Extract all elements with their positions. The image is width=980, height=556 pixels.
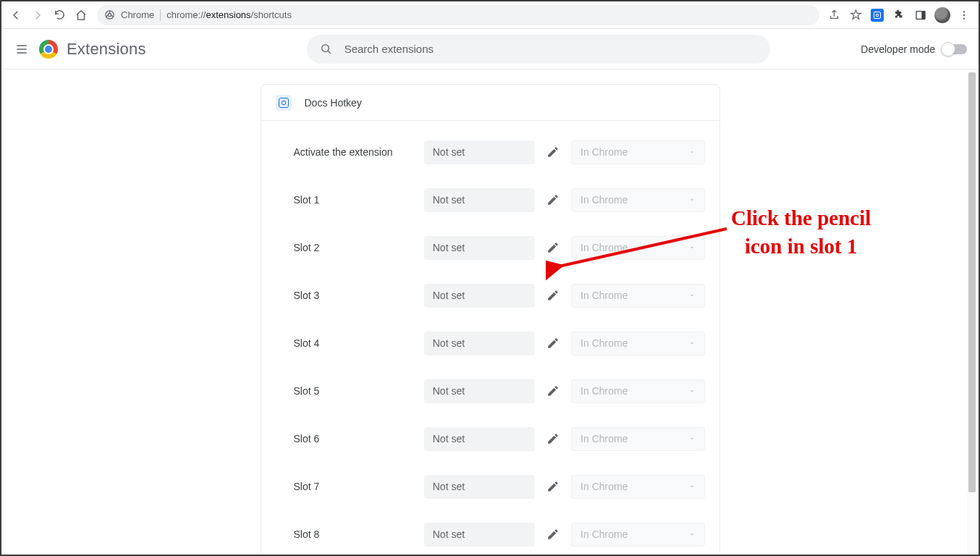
shortcut-label: Slot 7 bbox=[294, 481, 421, 492]
scope-dropdown[interactable]: In Chrome bbox=[571, 379, 704, 403]
svg-point-1 bbox=[108, 13, 111, 16]
shortcut-label: Activate the extension bbox=[294, 146, 421, 158]
shortcut-row: Slot 1Not setIn Chrome bbox=[261, 176, 719, 224]
side-panel-icon[interactable] bbox=[912, 7, 929, 24]
extension-name: Docs Hotkey bbox=[305, 97, 362, 109]
annotation-text: Click the pencil icon in slot 1 bbox=[731, 204, 871, 261]
chrome-logo-icon bbox=[39, 40, 58, 59]
search-icon bbox=[320, 43, 333, 56]
extension-card: Docs Hotkey Activate the extensionNot se… bbox=[261, 84, 720, 553]
shortcut-value[interactable]: Not set bbox=[424, 379, 536, 403]
pencil-icon[interactable] bbox=[541, 426, 565, 451]
pencil-icon[interactable] bbox=[541, 235, 565, 260]
page-title: Extensions bbox=[67, 40, 146, 59]
pencil-icon[interactable] bbox=[541, 283, 565, 308]
profile-avatar[interactable] bbox=[934, 7, 951, 24]
shortcut-row: Slot 6Not setIn Chrome bbox=[261, 415, 719, 463]
shortcut-row: Activate the extensionNot setIn Chrome bbox=[261, 128, 719, 176]
shortcut-row: Slot 7Not setIn Chrome bbox=[261, 463, 719, 510]
kebab-menu-icon[interactable] bbox=[955, 7, 973, 24]
shortcut-value[interactable]: Not set bbox=[424, 188, 536, 212]
scope-dropdown[interactable]: In Chrome bbox=[571, 284, 704, 308]
docs-hotkey-extension-icon[interactable] bbox=[869, 7, 886, 24]
pencil-icon[interactable] bbox=[541, 331, 565, 355]
extensions-puzzle-icon[interactable] bbox=[890, 7, 908, 24]
pencil-icon[interactable] bbox=[541, 474, 565, 499]
shortcut-value[interactable]: Not set bbox=[424, 523, 536, 547]
scope-dropdown[interactable]: In Chrome bbox=[571, 427, 704, 451]
chrome-page-icon bbox=[104, 9, 115, 20]
svg-point-5 bbox=[963, 14, 965, 15]
scrollbar[interactable] bbox=[967, 71, 977, 553]
pencil-icon[interactable] bbox=[541, 379, 565, 403]
address-prefix: Chrome bbox=[121, 9, 154, 20]
svg-rect-3 bbox=[921, 11, 925, 19]
share-icon[interactable] bbox=[825, 7, 842, 24]
pencil-icon[interactable] bbox=[541, 188, 565, 212]
shortcut-value[interactable]: Not set bbox=[424, 427, 536, 451]
shortcut-label: Slot 4 bbox=[294, 337, 421, 349]
shortcut-row: Slot 5Not setIn Chrome bbox=[261, 367, 719, 415]
scope-dropdown[interactable]: In Chrome bbox=[571, 332, 704, 355]
developer-mode-label: Developer mode bbox=[861, 43, 935, 55]
shortcut-label: Slot 3 bbox=[294, 290, 421, 301]
search-input[interactable]: Search extensions bbox=[307, 35, 770, 64]
shortcut-label: Slot 8 bbox=[294, 528, 421, 540]
svg-point-7 bbox=[321, 44, 329, 51]
shortcut-label: Slot 2 bbox=[294, 242, 421, 253]
pencil-icon[interactable] bbox=[541, 140, 565, 164]
shortcut-value[interactable]: Not set bbox=[424, 236, 536, 260]
shortcut-row: Slot 4Not setIn Chrome bbox=[261, 319, 719, 367]
shortcut-label: Slot 5 bbox=[294, 385, 421, 397]
back-button[interactable] bbox=[6, 5, 26, 25]
shortcut-label: Slot 6 bbox=[294, 433, 421, 445]
svg-point-4 bbox=[963, 11, 965, 12]
address-bar[interactable]: Chrome chrome://extensions/shortcuts bbox=[97, 5, 819, 25]
forward-button[interactable] bbox=[28, 5, 48, 25]
developer-mode-toggle[interactable] bbox=[942, 44, 967, 54]
hamburger-menu-icon[interactable] bbox=[13, 41, 30, 58]
shortcut-value[interactable]: Not set bbox=[424, 475, 536, 499]
shortcut-value[interactable]: Not set bbox=[424, 140, 536, 164]
shortcut-value[interactable]: Not set bbox=[424, 332, 536, 355]
browser-toolbar: Chrome chrome://extensions/shortcuts bbox=[1, 1, 979, 29]
shortcut-row: Slot 3Not setIn Chrome bbox=[261, 271, 719, 319]
pencil-icon[interactable] bbox=[541, 522, 565, 547]
svg-point-6 bbox=[963, 17, 965, 19]
extension-icon bbox=[276, 95, 292, 111]
scope-dropdown[interactable]: In Chrome bbox=[571, 475, 704, 499]
scope-dropdown[interactable]: In Chrome bbox=[571, 140, 704, 164]
bookmark-star-icon[interactable] bbox=[847, 7, 864, 24]
reload-button[interactable] bbox=[49, 5, 69, 25]
home-button[interactable] bbox=[71, 5, 91, 25]
shortcut-value[interactable]: Not set bbox=[424, 284, 536, 308]
app-header: Extensions Search extensions Developer m… bbox=[1, 29, 979, 70]
shortcut-row: Slot 8Not setIn Chrome bbox=[261, 510, 719, 553]
scope-dropdown[interactable]: In Chrome bbox=[571, 523, 704, 547]
scope-dropdown[interactable]: In Chrome bbox=[571, 236, 704, 260]
scope-dropdown[interactable]: In Chrome bbox=[571, 188, 704, 212]
shortcut-row: Slot 2Not setIn Chrome bbox=[261, 224, 719, 271]
shortcut-label: Slot 1 bbox=[294, 194, 421, 206]
